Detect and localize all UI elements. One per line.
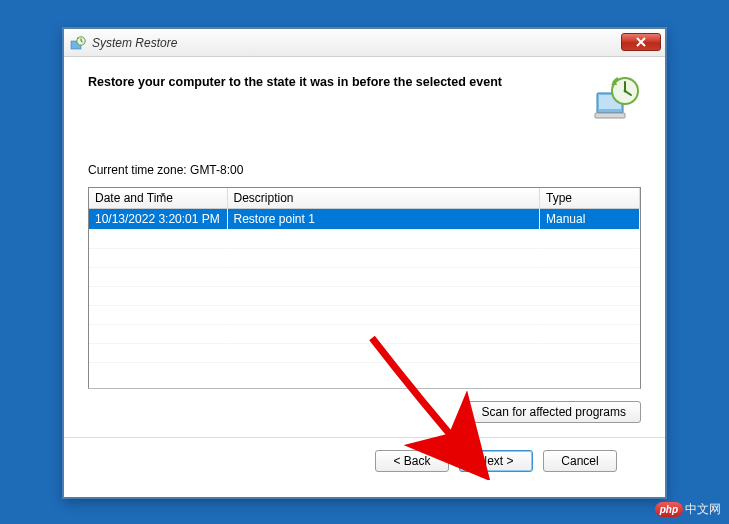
- window-title: System Restore: [92, 36, 177, 50]
- column-header-description[interactable]: Description: [227, 188, 540, 209]
- watermark-badge: php: [655, 502, 683, 517]
- timezone-label: Current time zone: GMT-8:00: [88, 163, 641, 177]
- column-header-datetime[interactable]: Date and Time ▾: [89, 188, 227, 209]
- close-icon: [635, 37, 647, 47]
- next-button[interactable]: Next >: [459, 450, 533, 472]
- titlebar[interactable]: System Restore: [64, 29, 665, 57]
- restore-icon-large: [593, 73, 641, 121]
- wizard-footer: < Back Next > Cancel: [88, 438, 641, 472]
- cancel-button[interactable]: Cancel: [543, 450, 617, 472]
- column-header-type[interactable]: Type: [540, 188, 640, 209]
- sort-desc-icon: ▾: [161, 190, 165, 199]
- svg-rect-4: [595, 113, 625, 118]
- restore-icon-small: [70, 35, 86, 51]
- back-button[interactable]: < Back: [375, 450, 449, 472]
- scan-affected-programs-button[interactable]: Scan for affected programs: [466, 401, 641, 423]
- table-row[interactable]: 10/13/2022 3:20:01 PM Restore point 1 Ma…: [89, 209, 640, 230]
- cell-datetime: 10/13/2022 3:20:01 PM: [89, 209, 227, 230]
- cell-description: Restore point 1: [227, 209, 540, 230]
- content-area: Restore your computer to the state it wa…: [64, 57, 665, 484]
- page-heading: Restore your computer to the state it wa…: [88, 73, 502, 89]
- restore-points-table[interactable]: Date and Time ▾ Description Type 10/13/2…: [88, 187, 641, 389]
- system-restore-window: System Restore Restore your computer to …: [63, 28, 666, 498]
- watermark: php 中文网: [655, 501, 721, 518]
- cell-type: Manual: [540, 209, 640, 230]
- close-button[interactable]: [621, 33, 661, 51]
- watermark-text: 中文网: [685, 501, 721, 518]
